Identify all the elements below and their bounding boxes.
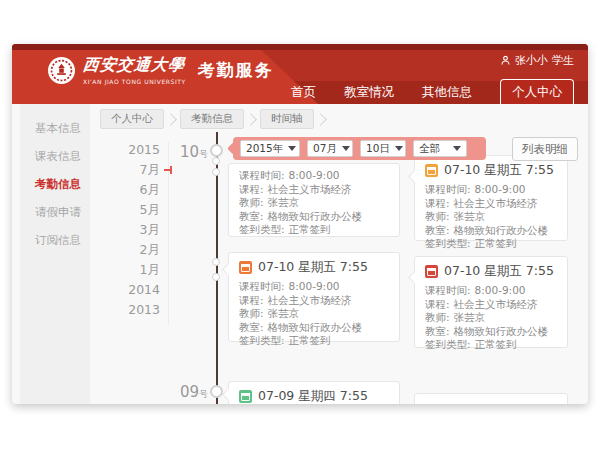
- attendance-card: 课程时间:8:00-9:00 课程:社会主义市场经济 教师:张芸京 教室:格物致…: [228, 163, 400, 237]
- timeline-month-july[interactable]: 7月: [108, 160, 160, 180]
- course-time-line: 课程时间:8:00-9:00: [239, 169, 389, 183]
- university-name-cn: 西安交通大學: [82, 55, 187, 76]
- chevron-right-icon: [164, 113, 177, 126]
- timeline-month-january[interactable]: 1月: [108, 260, 160, 280]
- user-role: 学生: [552, 53, 574, 68]
- attendance-card: 07-10 星期五 7:55 课程时间:8:00-9:00 课程:社会主义市场经…: [228, 252, 400, 342]
- timeline-node: [212, 157, 220, 165]
- university-name-en: XI'AN JIAO TONG UNIVERSITY: [83, 78, 186, 85]
- service-title: 考勤服务: [198, 59, 274, 82]
- list-detail-button[interactable]: 列表明细: [512, 137, 578, 161]
- teacher-line: 教师:张芸京: [425, 210, 557, 224]
- room-line: 教室:格物致知行政办公楼: [425, 325, 557, 339]
- teacher-line: 教师:张芸京: [239, 196, 389, 210]
- year-select[interactable]: 2015年: [240, 140, 300, 157]
- sidebar-item-attendance[interactable]: 考勤信息: [20, 170, 90, 198]
- nav-tab-personal-center[interactable]: 个人中心: [500, 79, 574, 104]
- sidebar-item-leave-request[interactable]: 请假申请: [20, 198, 90, 226]
- page-background: 西安交通大學 XI'AN JIAO TONG UNIVERSITY 考勤服务 张…: [0, 0, 600, 450]
- day-select[interactable]: 10日: [360, 140, 406, 157]
- card-header: 07-09 星期四 7:55: [239, 388, 389, 404]
- card-title: 07-10 星期五 7:55: [444, 263, 554, 280]
- brand-area: 西安交通大學 XI'AN JIAO TONG UNIVERSITY 考勤服务: [48, 55, 274, 85]
- room-line: 教室:格物致知行政办公楼: [239, 321, 389, 335]
- breadcrumb-attendance[interactable]: 考勤信息: [180, 109, 244, 129]
- card-header: 07-10 星期五 7:55: [425, 162, 557, 179]
- month-select[interactable]: 07月: [307, 140, 353, 157]
- card-header: 07-10 星期五 7:55: [239, 259, 389, 276]
- card-tail: [408, 170, 421, 183]
- attendance-card: [414, 393, 568, 404]
- timeline-node: [210, 385, 223, 398]
- breadcrumb-personal-center[interactable]: 个人中心: [100, 109, 164, 129]
- sign-type-line: 签到类型:正常签到: [425, 237, 557, 251]
- sign-type-line: 签到类型:正常签到: [425, 338, 557, 352]
- attendance-card: 07-10 星期五 7:55 课程时间:8:00-9:00 课程:社会主义市场经…: [414, 256, 568, 348]
- calendar-status-icon: [425, 265, 438, 278]
- chevron-right-icon: [314, 113, 327, 126]
- timeline-year-2014[interactable]: 2014: [108, 280, 160, 300]
- timeline-month-may[interactable]: 5月: [108, 200, 160, 220]
- filter-bar-tail: [227, 142, 240, 155]
- day-marker-09: 09号: [180, 382, 208, 401]
- header-top-strip: [12, 44, 588, 50]
- timeline-node: [212, 168, 220, 176]
- type-select[interactable]: 全部: [413, 140, 467, 157]
- app-window: 西安交通大學 XI'AN JIAO TONG UNIVERSITY 考勤服务 张…: [12, 44, 588, 404]
- room-line: 教室:格物致知行政办公楼: [239, 210, 389, 224]
- teacher-line: 教师:张芸京: [239, 307, 389, 321]
- card-title: 07-10 星期五 7:55: [258, 259, 368, 276]
- timeline-node: [210, 144, 223, 157]
- attendance-card: 07-09 星期四 7:55 课程时间:8:00-9:00 课程:社会主义市场经…: [228, 381, 400, 404]
- timeline-year-2013[interactable]: 2013: [108, 300, 160, 320]
- room-line: 教室:格物致知行政办公楼: [425, 224, 557, 238]
- nav-item-home[interactable]: 首页: [291, 84, 316, 101]
- date-filter-bar: 2015年 07月 10日 全部: [233, 137, 486, 160]
- course-line: 课程:社会主义市场经济: [425, 298, 557, 312]
- timeline-month-list: 2015 7月 6月 5月 3月 2月 1月 2014 2013: [108, 140, 160, 320]
- timeline-node: [212, 273, 220, 281]
- day-marker-10: 10号: [180, 142, 208, 161]
- card-title: 07-09 星期四 7:55: [258, 388, 368, 404]
- sidebar-item-timetable[interactable]: 课表信息: [20, 142, 90, 170]
- course-line: 课程:社会主义市场经济: [425, 197, 557, 211]
- calendar-status-icon: [239, 261, 252, 274]
- current-month-marker: [164, 169, 171, 171]
- course-time-line: 课程时间:8:00-9:00: [239, 280, 389, 294]
- course-line: 课程:社会主义市场经济: [239, 183, 389, 197]
- card-header: 07-10 星期五 7:55: [425, 263, 557, 280]
- breadcrumb-timeline[interactable]: 时间轴: [260, 109, 314, 129]
- timeline-month-june[interactable]: 6月: [108, 180, 160, 200]
- sidebar-item-basic-info[interactable]: 基本信息: [20, 114, 90, 142]
- attendance-card: 07-10 星期五 7:55 课程时间:8:00-9:00 课程:社会主义市场经…: [414, 155, 568, 241]
- user-icon: [500, 55, 511, 66]
- calendar-status-icon: [239, 390, 252, 403]
- timeline-month-february[interactable]: 2月: [108, 240, 160, 260]
- timeline-year-2015[interactable]: 2015: [108, 140, 160, 160]
- timeline-month-march[interactable]: 3月: [108, 220, 160, 240]
- caret-down-icon: [395, 146, 403, 151]
- calendar-status-icon: [425, 164, 438, 177]
- university-name: 西安交通大學 XI'AN JIAO TONG UNIVERSITY: [83, 55, 186, 85]
- sidebar-item-subscription[interactable]: 订阅信息: [20, 226, 90, 254]
- caret-down-icon: [342, 146, 350, 151]
- caret-down-icon: [288, 146, 296, 151]
- main-nav: 首页 教室情况 其他信息 个人中心: [291, 81, 588, 104]
- card-tail: [408, 271, 421, 284]
- card-tail: [222, 263, 235, 276]
- sign-type-line: 签到类型:正常签到: [239, 223, 389, 237]
- nav-item-other-info[interactable]: 其他信息: [422, 84, 472, 101]
- timeline-node: [212, 258, 220, 266]
- course-time-line: 课程时间:8:00-9:00: [425, 183, 557, 197]
- nav-item-classrooms[interactable]: 教室情况: [344, 84, 394, 101]
- card-tail: [222, 388, 235, 401]
- app-header: 西安交通大學 XI'AN JIAO TONG UNIVERSITY 考勤服务 张…: [12, 44, 588, 104]
- university-logo-icon: [48, 57, 75, 84]
- user-info[interactable]: 张小小 学生: [500, 53, 574, 68]
- user-name: 张小小: [515, 53, 548, 68]
- card-title: 07-10 星期五 7:55: [444, 162, 554, 179]
- sign-type-line: 签到类型:正常签到: [239, 334, 389, 348]
- breadcrumb: 个人中心 考勤信息 时间轴: [100, 110, 330, 128]
- chevron-right-icon: [244, 113, 257, 126]
- course-line: 课程:社会主义市场经济: [239, 294, 389, 308]
